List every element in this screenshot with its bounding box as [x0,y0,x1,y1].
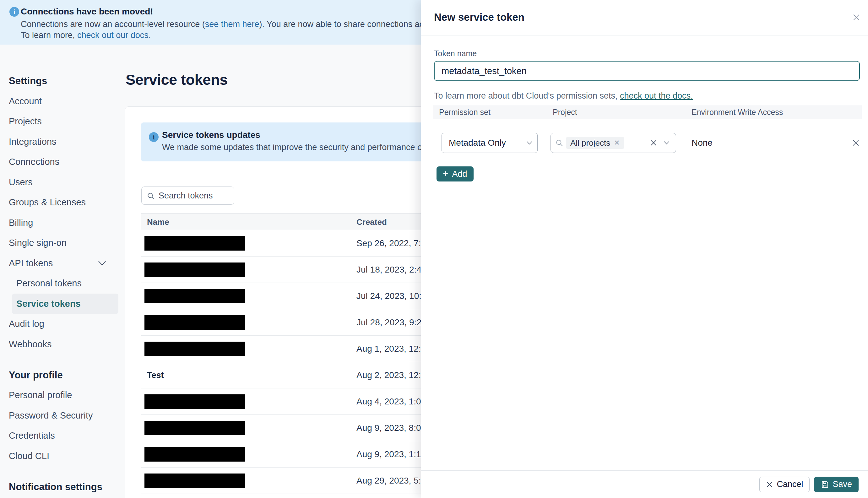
new-service-token-drawer: New service token Token name To learn mo… [421,0,868,498]
drawer-header: New service token [421,0,868,36]
permission-help-text: To learn more about dbt Cloud's permissi… [434,91,693,101]
search-input[interactable] [142,187,234,205]
sidebar-item-label: Connections [9,157,60,167]
sidebar-item-account[interactable]: Account [0,91,125,112]
redacted-token-name [144,473,245,488]
sidebar-item-personal-tokens[interactable]: Personal tokens [0,274,125,294]
token-name-input[interactable] [434,61,860,81]
sidebar-item-integrations[interactable]: Integrations [0,132,125,152]
sidebar-item-users[interactable]: Users [0,172,125,193]
search-icon [147,192,155,200]
cancel-button-label: Cancel [777,480,803,489]
sidebar-item-label: Cloud CLI [9,451,49,461]
redacted-token-name [144,236,245,251]
sidebar-item-groups-licenses[interactable]: Groups & Licenses [0,193,125,213]
info-icon: i [10,7,19,17]
sidebar-item-personal-profile[interactable]: Personal profile [0,385,125,406]
sidebar-heading-notification-settings: Notification settings [0,481,125,493]
sidebar-item-label: Service tokens [16,299,81,309]
sidebar-item-api-tokens[interactable]: API tokens [0,253,125,274]
sidebar-item-label: Webhooks [9,339,52,350]
project-multiselect[interactable]: All projects ✕ [551,133,676,153]
sidebar-item-cloud-cli[interactable]: Cloud CLI [0,446,125,466]
sidebar-item-password-security[interactable]: Password & Security [0,405,125,426]
info-icon: i [149,132,159,142]
redacted-token-name [144,394,245,409]
save-button[interactable]: Save [814,477,858,492]
sidebar-item-label: Users [9,177,32,187]
chevron-down-icon [98,261,106,266]
sidebar-item-billing[interactable]: Billing [0,213,125,233]
close-icon[interactable] [851,12,862,23]
sidebar-item-label: Billing [9,218,33,228]
sidebar-item-label: Credentials [9,431,55,441]
add-button-label: Add [452,169,467,179]
banner-title: Connections have been moved! [21,6,153,17]
search-tokens-box [141,186,234,205]
sidebar-heading-your-profile: Your profile [0,369,125,381]
column-project: Project [553,105,577,119]
close-icon [766,481,773,488]
redacted-token-name [144,289,245,303]
sidebar-item-service-tokens[interactable]: Service tokens [12,293,118,314]
sidebar-item-projects[interactable]: Projects [0,112,125,132]
sidebar-heading-settings: Settings [0,75,125,87]
token-name: Test [147,370,164,380]
check-out-the-docs-link[interactable]: check out the docs. [620,91,693,101]
remove-chip-icon[interactable]: ✕ [614,140,620,146]
sidebar-item-label: Personal tokens [16,278,82,289]
sidebar-item-label: Audit log [9,319,44,329]
add-permission-button[interactable]: + Add [436,167,474,182]
banner-body-2: To learn more, check out our docs. [21,30,151,40]
sidebar-item-label: Account [9,96,42,106]
redacted-token-name [144,342,245,356]
save-button-label: Save [832,480,852,489]
see-them-here-link[interactable]: see them here [205,19,259,29]
drawer-footer: Cancel Save [421,470,868,498]
sidebar-item-credentials[interactable]: Credentials [0,426,125,446]
sidebar-item-audit-log[interactable]: Audit log [0,314,125,335]
sidebar-item-single-sign-on[interactable]: Single sign-on [0,233,125,253]
check-out-docs-link[interactable]: check out our docs. [77,30,151,40]
redacted-token-name [144,421,245,435]
sidebar-item-connections[interactable]: Connections [0,152,125,172]
clear-selection-icon[interactable] [649,138,658,147]
token-name-label: Token name [434,49,477,58]
redacted-token-name [144,262,245,277]
environment-write-access-value: None [692,138,712,148]
sidebar-item-label: Single sign-on [9,238,67,248]
cancel-button[interactable]: Cancel [759,477,810,492]
page-title: Service tokens [126,71,228,88]
all-projects-chip: All projects ✕ [566,137,624,149]
sidebar-item-label: Personal profile [9,390,72,400]
sidebar-item-label: Groups & Licenses [9,197,86,208]
search-icon [555,139,563,147]
column-environment-write-access: Environment Write Access [692,105,783,119]
banner-text: To learn more, [21,30,77,40]
sidebar-item-webhooks[interactable]: Webhooks [0,334,125,354]
sidebar-item-label: Password & Security [9,410,93,421]
column-header-name: Name [147,213,169,231]
column-header-created: Created [356,213,387,231]
redacted-token-name [144,315,245,330]
help-text: To learn more about dbt Cloud's permissi… [434,91,620,101]
settings-sidebar: SettingsAccountProjectsIntegrationsConne… [0,44,125,498]
permission-set-value: Metadata Only [449,138,506,148]
plus-icon: + [443,169,448,178]
chip-label: All projects [570,138,610,148]
banner-text: Connections are now an account-level res… [21,19,205,29]
save-icon [820,481,829,488]
redacted-token-name [144,447,245,462]
sidebar-item-label: Integrations [9,136,56,147]
infobox-title: Service tokens updates [162,130,260,140]
sidebar-item-label: API tokens [9,258,53,268]
drawer-title: New service token [434,11,524,23]
permission-set-select[interactable]: Metadata Only [442,133,538,153]
chevron-down-icon [527,141,532,145]
chevron-down-icon[interactable] [664,140,669,146]
sidebar-item-label: Projects [9,116,42,127]
column-permission-set: Permission set [439,105,490,119]
remove-row-icon[interactable] [851,137,861,148]
permissions-table-header: Permission set Project Environment Write… [433,105,862,119]
permission-row: Metadata Only All projects ✕ None [433,119,862,162]
